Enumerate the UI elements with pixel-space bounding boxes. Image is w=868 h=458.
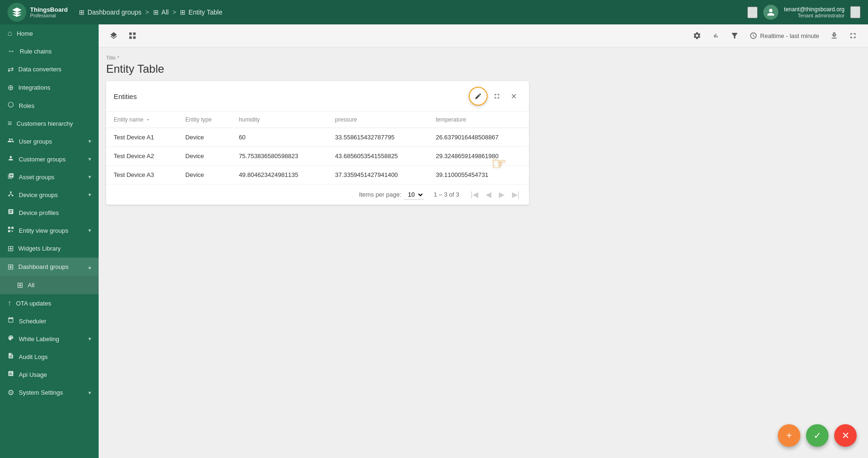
sidebar-item-data-converters[interactable]: ⇄ Data converters [0,60,99,78]
sidebar-label-customers-hierarchy: Customers hierarchy [16,120,91,127]
cell-humidity: 49.804623424981135 [231,166,327,184]
main-area: Realtime - last minute Title * Entity Ta… [99,24,868,458]
fab-area: + ✓ ✕ [778,424,857,447]
col-header-entity-name[interactable]: Entity name [106,112,178,128]
last-page-btn[interactable]: ▶| [510,188,521,201]
sidebar-item-system-settings[interactable]: ⚙ System Settings ▾ [0,383,99,402]
customers-hierarchy-icon: ≡ [8,119,12,128]
asset-groups-chevron: ▾ [88,174,91,180]
sidebar-item-white-labeling[interactable]: White Labeling ▾ [0,330,99,348]
sidebar-item-user-groups[interactable]: User groups ▾ [0,132,99,150]
sidebar-label-dashboard-groups: Dashboard groups [18,263,84,270]
download-btn[interactable] [827,28,842,43]
breadcrumb-dashboard-groups[interactable]: ⊞ Dashboard groups [79,8,141,16]
fab-cancel-btn[interactable]: ✕ [834,424,857,447]
widget-close-btn[interactable] [506,89,521,104]
sidebar-item-customers-hierarchy[interactable]: ≡ Customers hierarchy [0,114,99,132]
user-role: Tenant administrator [784,13,845,18]
fullscreen-btn[interactable]: ⛶ [747,7,758,18]
sidebar-item-integrations[interactable]: ⊕ Integrations [0,78,99,97]
first-page-btn[interactable]: |◀ [469,188,480,201]
sidebar-item-api-usage[interactable]: Api Usage [0,366,99,383]
user-email: tenant@thingsboard.org [784,6,845,13]
sidebar-item-roles[interactable]: Roles [0,97,99,114]
sidebar-item-entity-view-groups[interactable]: Entity view groups ▾ [0,221,99,239]
white-labeling-icon [8,335,14,343]
avatar[interactable] [763,5,778,20]
top-nav-right: ⛶ tenant@thingsboard.org Tenant administ… [747,5,860,20]
customer-groups-icon [8,155,14,163]
logo-text-block: ThingsBoard Professional [30,6,68,19]
widget-expand-btn[interactable] [489,89,504,104]
sidebar-item-scheduler[interactable]: Scheduler [0,312,99,330]
audit-logs-icon [8,352,14,361]
sidebar-item-asset-groups[interactable]: Asset groups ▾ [0,168,99,186]
sidebar-item-device-profiles[interactable]: Device profiles [0,204,99,221]
sidebar-label-white-labeling: White Labeling [19,336,84,343]
sidebar-label-device-profiles: Device profiles [19,209,91,216]
grid-btn[interactable] [125,28,140,43]
sidebar-item-widgets-library[interactable]: ⊞ Widgets Library [0,239,99,258]
sidebar-item-rule-chains[interactable]: ↔ Rule chains [0,42,99,60]
sidebar-item-dashboard-groups[interactable]: ⊞ Dashboard groups ▴ [0,258,99,276]
breadcrumb-sep-2: > [172,8,176,16]
breadcrumb-entity-table[interactable]: ⊞ Entity Table [180,8,222,16]
breadcrumb-label-1: Dashboard groups [87,8,141,16]
sidebar-label-asset-groups: Asset groups [19,174,84,181]
sidebar-item-customer-groups[interactable]: Customer groups ▾ [0,150,99,168]
sidebar-label-system-settings: System Settings [19,389,84,396]
cell-pressure: 43.6856053541558825 [327,147,428,166]
widget-edit-btn[interactable] [469,87,488,106]
prev-page-btn[interactable]: ◀ [484,188,493,201]
items-per-page: Items per page: 10 25 50 [359,190,424,200]
system-settings-chevron: ▾ [88,389,91,396]
rule-chains-icon: ↔ [8,47,15,55]
scheduler-icon [8,317,14,325]
col-header-entity-type: Entity type [178,112,232,128]
more-menu-btn[interactable]: ⋮ [850,6,860,18]
top-nav: ThingsBoard Professional ⊞ Dashboard gro… [0,0,868,24]
layers-btn[interactable] [106,28,121,43]
sidebar-label-roles: Roles [19,102,91,109]
cell-entity-type: Device [178,166,232,184]
sidebar-label-audit-logs: Audit Logs [19,353,91,360]
fab-confirm-btn[interactable]: ✓ [806,424,829,447]
sidebar-item-home[interactable]: ⌂ Home [0,24,99,42]
main-layout: ⌂ Home ↔ Rule chains ⇄ Data converters ⊕… [0,24,868,458]
logo-icon [8,3,26,22]
page-title-area: Title * Entity Table [106,55,860,76]
device-groups-icon [8,191,14,199]
table-row: Test Device A2 Device 75.753836580598823… [106,147,529,166]
all-submenu-icon: ⊞ [17,281,23,290]
breadcrumb-all[interactable]: ⊞ All [153,8,169,16]
cell-entity-name: Test Device A2 [106,147,178,166]
cell-humidity: 75.753836580598823 [231,147,327,166]
sidebar-label-device-groups: Device groups [19,191,84,198]
sidebar-item-all[interactable]: ⊞ All [0,276,99,294]
next-page-btn[interactable]: ▶ [497,188,506,201]
entity-table-icon: ⊞ [180,8,186,16]
page-title-label: Title * [106,55,860,61]
right-tools: Realtime - last minute [690,28,860,43]
home-icon: ⌂ [8,29,12,38]
sidebar-label-home: Home [17,30,91,37]
breadcrumb-sep-1: > [145,8,149,16]
settings-btn[interactable] [690,28,705,43]
entity-count-btn[interactable] [708,28,723,43]
sidebar-item-audit-logs[interactable]: Audit Logs [0,348,99,366]
sidebar-item-ota-updates[interactable]: ↑ OTA updates [0,294,99,312]
breadcrumb-label-3: Entity Table [188,8,222,16]
fullscreen-dash-btn[interactable] [845,28,860,43]
fab-add-btn[interactable]: + [778,424,800,447]
sidebar-item-device-groups[interactable]: Device groups ▾ [0,186,99,204]
dashboard-groups-sidebar-icon: ⊞ [8,262,14,271]
cell-entity-name: Test Device A1 [106,128,178,147]
device-profiles-icon [8,208,14,217]
entity-view-groups-chevron: ▾ [88,227,91,234]
widget-card: Entities [106,81,529,205]
user-groups-chevron: ▾ [88,138,91,145]
time-filter-btn[interactable]: Realtime - last minute [746,30,823,41]
logo[interactable]: ThingsBoard Professional [8,3,68,22]
items-per-page-select[interactable]: 10 25 50 [404,190,424,200]
filter-btn[interactable] [727,28,742,43]
